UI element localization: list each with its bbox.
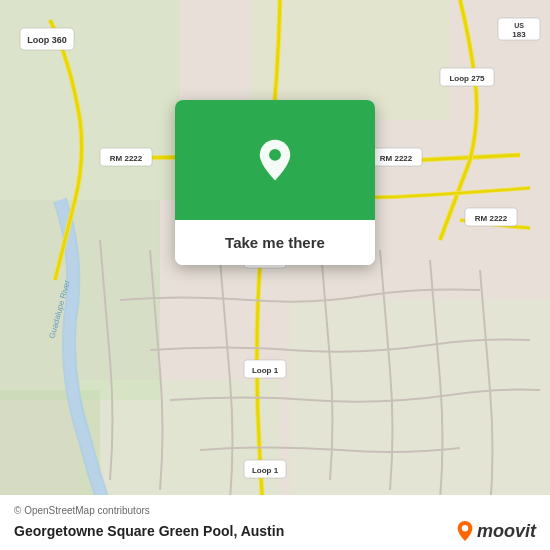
attribution-text: © OpenStreetMap contributors [14,505,536,516]
svg-text:Loop 360: Loop 360 [27,35,67,45]
svg-text:RM 2222: RM 2222 [475,214,508,223]
moovit-brand-text: moovit [477,521,536,542]
svg-text:US: US [514,22,524,29]
location-name: Georgetowne Square Green Pool, Austin [14,523,284,539]
svg-text:Loop 1: Loop 1 [252,366,279,375]
take-me-there-button[interactable]: Take me there [175,220,375,265]
svg-point-27 [269,149,281,161]
svg-rect-2 [0,200,160,400]
popup-header [175,100,375,220]
map-background: Loop 360 RM 2222 RM 2222 RM 2222 Loop 27… [0,0,550,550]
bottom-bar: © OpenStreetMap contributors Georgetowne… [0,495,550,550]
moovit-pin-icon [456,520,474,542]
svg-text:183: 183 [512,30,526,39]
svg-text:Loop 1: Loop 1 [252,466,279,475]
svg-text:RM 2222: RM 2222 [110,154,143,163]
svg-text:Loop 275: Loop 275 [449,74,485,83]
svg-text:RM 2222: RM 2222 [380,154,413,163]
location-pin-icon [253,138,297,182]
popup-card: Take me there [175,100,375,265]
svg-point-28 [462,525,468,531]
moovit-logo: moovit [456,520,536,542]
map-container: Loop 360 RM 2222 RM 2222 RM 2222 Loop 27… [0,0,550,550]
location-row: Georgetowne Square Green Pool, Austin mo… [14,520,536,542]
